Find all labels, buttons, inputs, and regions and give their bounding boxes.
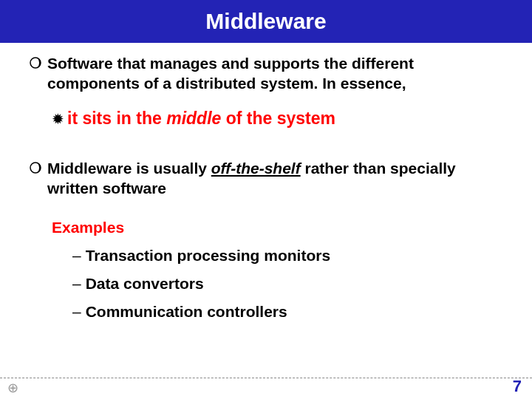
dash-icon: – xyxy=(72,247,81,265)
bullet2-prefix: Middleware is usually xyxy=(47,160,211,177)
title-bar: Middleware xyxy=(0,0,532,43)
slide-title: Middleware xyxy=(205,9,326,34)
sub-red-prefix: it sits in the xyxy=(67,109,166,128)
moon-bullet-icon xyxy=(30,57,41,69)
moon-bullet-icon xyxy=(30,162,41,174)
slide-number: 7 xyxy=(513,377,522,396)
corner-crosshair-icon: ⊕ xyxy=(7,380,18,396)
sub-red-suffix: of the system xyxy=(221,109,335,128)
bullet-1: Software that manages and supports the d… xyxy=(30,53,502,94)
bullet2-underline: off-the-shelf xyxy=(211,160,301,177)
example-row: – Communication controllers xyxy=(72,303,502,321)
bullet-2: Middleware is usually off-the-shelf rath… xyxy=(30,158,502,199)
dash-icon: – xyxy=(72,303,81,321)
example-row: – Data convertors xyxy=(72,275,502,293)
example-text: Data convertors xyxy=(86,275,204,293)
slide-content: Software that manages and supports the d… xyxy=(0,43,532,321)
examples-block: Examples – Transaction processing monito… xyxy=(52,219,502,321)
sub-bullet: ✹ it sits in the middle of the system xyxy=(52,109,502,129)
example-row: – Transaction processing monitors xyxy=(72,247,502,265)
gear-bullet-icon: ✹ xyxy=(52,110,64,128)
sub-red-italic: middle xyxy=(166,109,221,128)
dash-icon: – xyxy=(72,275,81,293)
example-text: Transaction processing monitors xyxy=(86,247,330,265)
examples-label: Examples xyxy=(52,219,502,236)
footer-divider xyxy=(0,378,532,378)
bullet-2-text: Middleware is usually off-the-shelf rath… xyxy=(47,158,502,199)
example-text: Communication controllers xyxy=(86,303,287,321)
sub-red-text: it sits in the middle of the system xyxy=(67,109,335,129)
bullet-1-text: Software that manages and supports the d… xyxy=(47,53,502,94)
